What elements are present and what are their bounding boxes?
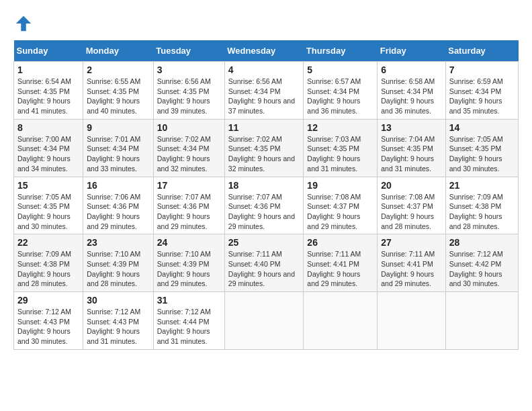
page-header	[13, 13, 519, 34]
calendar-week-1: 1 Sunrise: 6:54 AM Sunset: 4:35 PM Dayli…	[14, 62, 519, 120]
calendar-cell: 5 Sunrise: 6:57 AM Sunset: 4:34 PM Dayli…	[304, 62, 378, 120]
calendar-cell: 15 Sunrise: 7:05 AM Sunset: 4:35 PM Dayl…	[14, 177, 83, 234]
day-number: 30	[87, 295, 150, 306]
day-detail: Sunrise: 6:55 AM Sunset: 4:35 PM Dayligh…	[87, 77, 150, 116]
day-detail: Sunrise: 6:54 AM Sunset: 4:35 PM Dayligh…	[17, 77, 79, 116]
day-number: 17	[157, 180, 221, 191]
day-detail: Sunrise: 6:58 AM Sunset: 4:34 PM Dayligh…	[381, 77, 442, 116]
day-detail: Sunrise: 7:02 AM Sunset: 4:34 PM Dayligh…	[157, 134, 221, 174]
day-number: 19	[307, 180, 373, 191]
calendar-cell: 13 Sunrise: 7:04 AM Sunset: 4:35 PM Dayl…	[378, 119, 446, 177]
calendar-cell: 31 Sunrise: 7:12 AM Sunset: 4:44 PM Dayl…	[153, 292, 224, 350]
day-detail: Sunrise: 7:12 AM Sunset: 4:43 PM Dayligh…	[87, 307, 150, 347]
day-number: 4	[228, 64, 300, 75]
day-detail: Sunrise: 6:56 AM Sunset: 4:34 PM Dayligh…	[228, 77, 300, 116]
calendar-cell: 9 Sunrise: 7:01 AM Sunset: 4:34 PM Dayli…	[83, 119, 154, 177]
day-detail: Sunrise: 7:07 AM Sunset: 4:36 PM Dayligh…	[228, 192, 300, 232]
calendar-cell: 14 Sunrise: 7:05 AM Sunset: 4:35 PM Dayl…	[445, 119, 518, 177]
calendar-cell: 1 Sunrise: 6:54 AM Sunset: 4:35 PM Dayli…	[14, 62, 83, 120]
day-number: 15	[17, 180, 79, 191]
day-header-tuesday: Tuesday	[153, 40, 224, 62]
day-detail: Sunrise: 7:03 AM Sunset: 4:35 PM Dayligh…	[307, 134, 373, 174]
day-number: 10	[157, 122, 221, 133]
day-number: 8	[17, 122, 79, 133]
day-detail: Sunrise: 7:02 AM Sunset: 4:35 PM Dayligh…	[228, 134, 300, 174]
day-number: 22	[17, 237, 79, 248]
day-detail: Sunrise: 7:12 AM Sunset: 4:42 PM Dayligh…	[449, 249, 515, 289]
day-detail: Sunrise: 7:05 AM Sunset: 4:35 PM Dayligh…	[449, 134, 515, 174]
day-number: 11	[228, 122, 300, 133]
svg-marker-0	[16, 16, 32, 32]
day-detail: Sunrise: 7:09 AM Sunset: 4:38 PM Dayligh…	[17, 249, 79, 289]
day-header-saturday: Saturday	[445, 40, 518, 62]
day-number: 7	[449, 64, 515, 75]
day-number: 5	[307, 64, 373, 75]
calendar-cell: 25 Sunrise: 7:11 AM Sunset: 4:40 PM Dayl…	[224, 234, 304, 292]
calendar-cell: 12 Sunrise: 7:03 AM Sunset: 4:35 PM Dayl…	[304, 119, 378, 177]
day-number: 21	[449, 180, 515, 191]
day-detail: Sunrise: 7:00 AM Sunset: 4:34 PM Dayligh…	[17, 134, 79, 174]
calendar-cell: 29 Sunrise: 7:12 AM Sunset: 4:43 PM Dayl…	[14, 292, 83, 350]
day-number: 6	[381, 64, 442, 75]
day-number: 9	[87, 122, 150, 133]
calendar-cell: 21 Sunrise: 7:09 AM Sunset: 4:38 PM Dayl…	[445, 177, 518, 234]
day-number: 13	[381, 122, 442, 133]
day-number: 29	[17, 295, 79, 306]
calendar-cell: 28 Sunrise: 7:12 AM Sunset: 4:42 PM Dayl…	[445, 234, 518, 292]
calendar-cell: 4 Sunrise: 6:56 AM Sunset: 4:34 PM Dayli…	[224, 62, 304, 120]
logo	[13, 13, 36, 34]
day-number: 31	[157, 295, 221, 306]
day-number: 12	[307, 122, 373, 133]
day-number: 16	[87, 180, 150, 191]
calendar-cell: 10 Sunrise: 7:02 AM Sunset: 4:34 PM Dayl…	[153, 119, 224, 177]
day-number: 2	[87, 64, 150, 75]
calendar-cell: 24 Sunrise: 7:10 AM Sunset: 4:39 PM Dayl…	[153, 234, 224, 292]
calendar-table: SundayMondayTuesdayWednesdayThursdayFrid…	[13, 40, 519, 350]
day-detail: Sunrise: 7:12 AM Sunset: 4:43 PM Dayligh…	[17, 307, 79, 347]
day-detail: Sunrise: 7:09 AM Sunset: 4:38 PM Dayligh…	[449, 192, 515, 232]
day-detail: Sunrise: 7:10 AM Sunset: 4:39 PM Dayligh…	[87, 249, 150, 289]
day-number: 24	[157, 237, 221, 248]
day-header-thursday: Thursday	[304, 40, 378, 62]
day-detail: Sunrise: 6:59 AM Sunset: 4:34 PM Dayligh…	[449, 77, 515, 116]
day-number: 28	[449, 237, 515, 248]
calendar-cell	[445, 292, 518, 350]
calendar-cell	[378, 292, 446, 350]
calendar-cell: 26 Sunrise: 7:11 AM Sunset: 4:41 PM Dayl…	[304, 234, 378, 292]
calendar-cell: 11 Sunrise: 7:02 AM Sunset: 4:35 PM Dayl…	[224, 119, 304, 177]
calendar-cell	[304, 292, 378, 350]
calendar-cell: 27 Sunrise: 7:11 AM Sunset: 4:41 PM Dayl…	[378, 234, 446, 292]
day-number: 25	[228, 237, 300, 248]
day-detail: Sunrise: 6:57 AM Sunset: 4:34 PM Dayligh…	[307, 77, 373, 116]
logo-icon	[13, 13, 34, 34]
calendar-cell: 30 Sunrise: 7:12 AM Sunset: 4:43 PM Dayl…	[83, 292, 154, 350]
calendar-cell: 16 Sunrise: 7:06 AM Sunset: 4:36 PM Dayl…	[83, 177, 154, 234]
day-detail: Sunrise: 7:11 AM Sunset: 4:41 PM Dayligh…	[307, 249, 373, 289]
day-detail: Sunrise: 7:05 AM Sunset: 4:35 PM Dayligh…	[17, 192, 79, 232]
calendar-week-4: 22 Sunrise: 7:09 AM Sunset: 4:38 PM Dayl…	[14, 234, 519, 292]
day-number: 18	[228, 180, 300, 191]
day-number: 27	[381, 237, 442, 248]
day-detail: Sunrise: 7:12 AM Sunset: 4:44 PM Dayligh…	[157, 307, 221, 347]
calendar-header-row: SundayMondayTuesdayWednesdayThursdayFrid…	[14, 40, 519, 62]
calendar-cell: 8 Sunrise: 7:00 AM Sunset: 4:34 PM Dayli…	[14, 119, 83, 177]
day-detail: Sunrise: 7:08 AM Sunset: 4:37 PM Dayligh…	[307, 192, 373, 232]
calendar-cell	[224, 292, 304, 350]
day-detail: Sunrise: 7:07 AM Sunset: 4:36 PM Dayligh…	[157, 192, 221, 232]
day-number: 3	[157, 64, 221, 75]
day-detail: Sunrise: 7:04 AM Sunset: 4:35 PM Dayligh…	[381, 134, 442, 174]
calendar-cell: 17 Sunrise: 7:07 AM Sunset: 4:36 PM Dayl…	[153, 177, 224, 234]
day-detail: Sunrise: 7:08 AM Sunset: 4:37 PM Dayligh…	[381, 192, 442, 232]
calendar-week-2: 8 Sunrise: 7:00 AM Sunset: 4:34 PM Dayli…	[14, 119, 519, 177]
calendar-week-3: 15 Sunrise: 7:05 AM Sunset: 4:35 PM Dayl…	[14, 177, 519, 234]
day-detail: Sunrise: 7:06 AM Sunset: 4:36 PM Dayligh…	[87, 192, 150, 232]
day-number: 1	[17, 64, 79, 75]
calendar-cell: 2 Sunrise: 6:55 AM Sunset: 4:35 PM Dayli…	[83, 62, 154, 120]
day-number: 20	[381, 180, 442, 191]
day-number: 23	[87, 237, 150, 248]
day-header-wednesday: Wednesday	[224, 40, 304, 62]
day-number: 14	[449, 122, 515, 133]
day-detail: Sunrise: 7:10 AM Sunset: 4:39 PM Dayligh…	[157, 249, 221, 289]
calendar-cell: 22 Sunrise: 7:09 AM Sunset: 4:38 PM Dayl…	[14, 234, 83, 292]
calendar-week-5: 29 Sunrise: 7:12 AM Sunset: 4:43 PM Dayl…	[14, 292, 519, 350]
